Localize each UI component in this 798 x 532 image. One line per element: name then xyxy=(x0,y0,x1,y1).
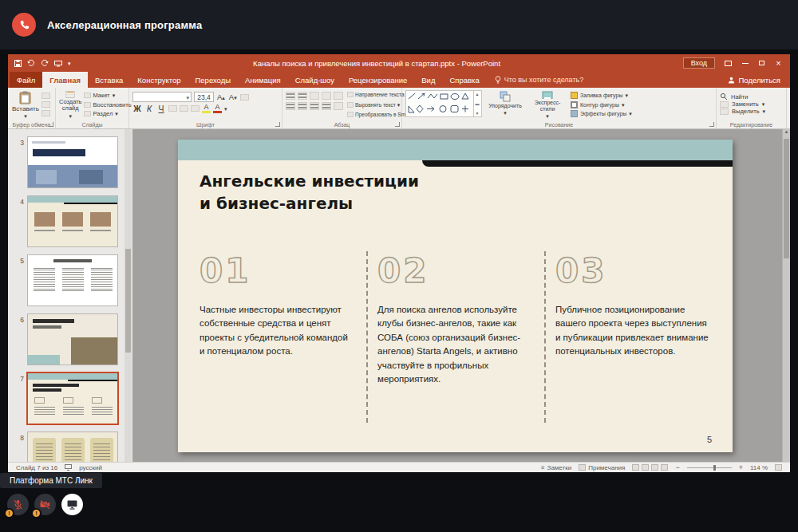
slide-4-thumbnail[interactable] xyxy=(28,196,117,246)
camera-off-button[interactable]: ! xyxy=(34,494,56,515)
align-right-icon[interactable] xyxy=(310,102,319,110)
cut-icon[interactable] xyxy=(41,93,50,99)
language-indicator[interactable]: русский xyxy=(79,464,102,471)
increase-indent-icon[interactable] xyxy=(322,92,331,100)
zoom-in-icon[interactable]: + xyxy=(739,463,743,471)
paragraph-dialog-launcher[interactable] xyxy=(395,122,400,127)
redo-icon[interactable] xyxy=(41,59,49,67)
new-slide-icon xyxy=(64,91,77,98)
slide-3-thumbnail[interactable] xyxy=(28,137,117,187)
start-slideshow-icon[interactable] xyxy=(54,60,62,67)
clipboard-dialog-launcher[interactable] xyxy=(49,122,53,127)
align-center-icon[interactable] xyxy=(298,102,307,110)
columns-icon[interactable] xyxy=(334,102,343,110)
login-button[interactable]: Вход xyxy=(683,57,715,69)
share-button[interactable]: Поделиться xyxy=(718,72,790,88)
tab-view[interactable]: Вид xyxy=(414,72,442,88)
close-icon[interactable]: × xyxy=(770,57,787,70)
undo-icon[interactable] xyxy=(27,59,35,67)
increase-font-icon[interactable]: А▴ xyxy=(216,93,226,101)
align-left-icon[interactable] xyxy=(286,102,295,110)
font-color-dropdown-icon[interactable]: ▾ xyxy=(224,106,227,112)
shape-fill-button[interactable]: Заливка фигуры▾ xyxy=(571,92,632,99)
drawing-dialog-launcher[interactable] xyxy=(709,122,714,127)
clear-formatting-icon[interactable] xyxy=(240,94,249,100)
tab-home[interactable]: Главная xyxy=(42,72,88,88)
tell-me-box[interactable]: Что вы хотите сделать? xyxy=(487,72,592,88)
justify-icon[interactable] xyxy=(322,102,331,110)
shapes-scrollbar[interactable]: ▲▬▼ xyxy=(473,91,480,116)
zoom-slider[interactable] xyxy=(687,467,732,468)
underline-button[interactable]: Ч xyxy=(156,104,166,113)
ribbon-display-options-icon[interactable] xyxy=(720,57,737,70)
ppt-main-area: 3 4 5 6 xyxy=(8,129,790,462)
line-spacing-icon[interactable] xyxy=(334,92,343,100)
tab-design[interactable]: Конструктор xyxy=(130,72,188,88)
strikethrough-icon[interactable] xyxy=(180,105,188,112)
tab-help[interactable]: Справка xyxy=(442,72,486,88)
reset-button[interactable]: Восстановить xyxy=(84,101,132,108)
powerpoint-window: ▾ Каналы поиска и привлечения инвестиций… xyxy=(8,54,790,472)
comments-button[interactable]: Примечания xyxy=(579,464,625,471)
zoom-out-icon[interactable]: − xyxy=(675,463,679,471)
font-dialog-launcher[interactable] xyxy=(275,122,280,127)
quick-access-toolbar: ▾ xyxy=(14,59,71,67)
screen-share-button[interactable] xyxy=(61,494,83,515)
shape-effects-button[interactable]: Эффекты фигуры▾ xyxy=(571,110,632,117)
canvas-scrollbar[interactable]: ▲ xyxy=(782,129,790,462)
restore-icon[interactable] xyxy=(753,57,770,70)
slide-number: 3 xyxy=(10,139,24,147)
copy-icon[interactable] xyxy=(41,101,50,108)
display-settings-icon[interactable] xyxy=(65,464,72,471)
zoom-level[interactable]: 114 % xyxy=(750,464,768,471)
decrease-indent-icon[interactable] xyxy=(310,92,319,100)
tab-insert[interactable]: Вставка xyxy=(88,72,130,88)
paste-button[interactable]: Вставить ▾ xyxy=(11,90,41,119)
select-button[interactable]: Выделить▾ xyxy=(720,108,784,115)
shapes-gallery[interactable]: ▲▬▼ xyxy=(405,90,482,117)
character-spacing-icon[interactable] xyxy=(191,105,200,112)
thumbnail-scrollbar[interactable] xyxy=(124,129,132,462)
text-shadow-icon[interactable] xyxy=(168,105,177,112)
arrange-icon xyxy=(500,91,511,102)
format-painter-icon[interactable] xyxy=(41,110,50,116)
tab-animations[interactable]: Анимация xyxy=(238,72,288,88)
save-icon[interactable] xyxy=(14,60,22,67)
tab-transitions[interactable]: Переходы xyxy=(188,72,238,88)
tab-review[interactable]: Рецензирование xyxy=(342,72,414,88)
arrange-button[interactable]: Упорядочить ▾ xyxy=(486,90,524,119)
section-button[interactable]: Раздел▾ xyxy=(84,110,132,117)
slide-6-thumbnail[interactable] xyxy=(28,314,117,365)
font-name-select[interactable]: ▾ xyxy=(132,92,192,102)
tab-slideshow[interactable]: Слайд-шоу xyxy=(288,72,342,88)
shape-outline-button[interactable]: Контур фигуры▾ xyxy=(571,101,632,108)
new-slide-button[interactable]: Создать слайд ▾ xyxy=(59,90,82,119)
select-icon xyxy=(720,108,729,115)
thumbnail-row-slide-4: 4 xyxy=(8,196,132,246)
font-color-icon[interactable]: А xyxy=(213,104,222,113)
notes-button[interactable]: ≡Заметки xyxy=(541,464,571,471)
slide-7-thumbnail-selected[interactable] xyxy=(28,373,117,424)
find-button[interactable]: Найти xyxy=(720,93,784,100)
current-slide[interactable]: Ангельские инвестиции и бизнес-ангелы 01… xyxy=(178,140,733,452)
person-icon xyxy=(728,77,735,84)
quick-styles-button[interactable]: Экспресс-стили ▾ xyxy=(528,90,567,119)
layout-button[interactable]: Макет▾ xyxy=(84,92,132,99)
fit-slide-icon[interactable] xyxy=(775,464,782,471)
italic-button[interactable]: К xyxy=(144,104,154,113)
bullets-icon[interactable] xyxy=(286,92,295,100)
microphone-muted-button[interactable]: ! xyxy=(7,494,29,515)
view-buttons[interactable] xyxy=(632,464,668,471)
thumbnail-row-slide-7: 7 xyxy=(8,373,132,424)
slide-8-thumbnail[interactable] xyxy=(28,432,117,462)
ribbon-group-slides: Создать слайд ▾ Макет▾ Восстановить Разд… xyxy=(56,88,129,128)
replace-button[interactable]: Заменить▾ xyxy=(720,100,784,108)
font-size-input[interactable]: 23,4 xyxy=(194,92,214,102)
numbering-icon[interactable] xyxy=(298,92,307,100)
minimize-icon[interactable] xyxy=(737,57,753,70)
highlight-color-icon[interactable]: А xyxy=(202,104,211,113)
decrease-font-icon[interactable]: А▾ xyxy=(228,93,238,101)
tab-file[interactable]: Файл xyxy=(10,72,42,88)
slide-5-thumbnail[interactable] xyxy=(28,255,117,305)
bold-button[interactable]: Ж xyxy=(132,104,142,113)
